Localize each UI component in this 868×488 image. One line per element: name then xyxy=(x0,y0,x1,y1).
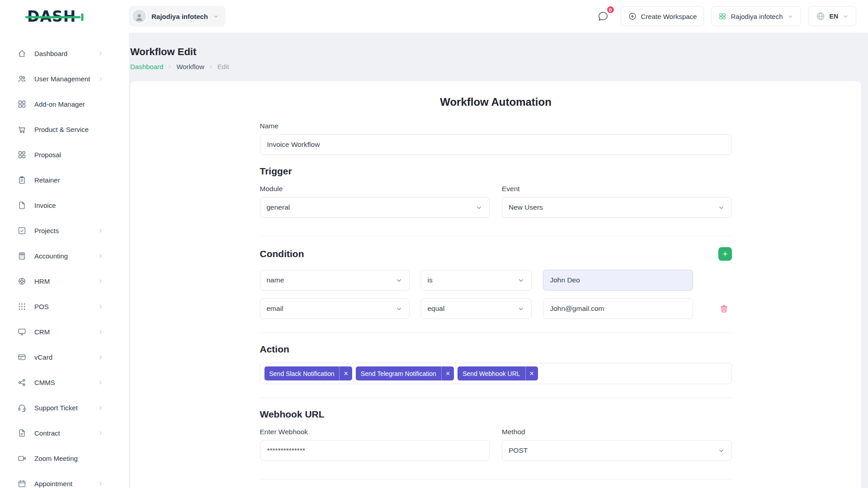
action-tag-label: Send Slack Notification xyxy=(264,370,340,377)
chevron-down-icon xyxy=(517,277,525,284)
sidebar-item-hrm[interactable]: HRM xyxy=(0,268,129,294)
chevron-down-icon xyxy=(395,305,403,313)
sidebar-item-appointment[interactable]: Appointment xyxy=(0,471,129,488)
condition-operator-select[interactable]: equal xyxy=(421,298,532,319)
chevron-right-icon xyxy=(97,227,104,234)
event-select[interactable]: New Users xyxy=(502,197,732,218)
condition-value-input[interactable] xyxy=(543,270,693,291)
chevron-down-icon xyxy=(517,305,525,313)
condition-field-select[interactable]: name xyxy=(260,270,410,291)
sidebar-item-proposal[interactable]: Proposal xyxy=(0,142,129,167)
calendar-icon xyxy=(17,479,27,488)
chevron-down-icon xyxy=(717,204,725,211)
chevron-down-icon xyxy=(787,13,794,20)
method-select[interactable]: POST xyxy=(502,440,732,461)
sidebar-item-pos[interactable]: POS xyxy=(0,294,129,319)
method-select-value: POST xyxy=(509,446,528,455)
section-divider xyxy=(260,333,732,333)
condition-operator-select[interactable]: is xyxy=(421,270,532,291)
workspace-grid-icon xyxy=(718,12,726,20)
name-label: Name xyxy=(260,122,732,130)
condition-field-select[interactable]: email xyxy=(260,298,410,319)
sidebar-item-label: Contract xyxy=(34,429,60,437)
create-workspace-button[interactable]: Create Workspace xyxy=(621,6,704,26)
card-icon xyxy=(17,352,27,362)
action-tag-label: Send Telegram Notification xyxy=(356,370,441,377)
chevron-right-icon xyxy=(97,253,104,259)
webhook-url-input[interactable] xyxy=(260,440,490,461)
sidebar-item-label: User Management xyxy=(34,75,90,83)
remove-tag-button[interactable]: × xyxy=(525,366,538,380)
method-label: Method xyxy=(502,428,732,436)
plus-icon xyxy=(722,250,729,258)
workflow-name-input[interactable] xyxy=(260,134,732,155)
chevron-down-icon xyxy=(717,447,725,455)
section-divider xyxy=(260,479,732,479)
sidebar-item-support-ticket[interactable]: Support Ticket xyxy=(0,395,129,420)
section-divider xyxy=(260,398,732,398)
sidebar-item-zoom-meeting[interactable]: Zoom Meeting xyxy=(0,446,129,471)
sidebar-item-label: HRM xyxy=(34,277,50,285)
chevron-right-icon xyxy=(97,354,104,361)
sidebar-item-cmms[interactable]: CMMS xyxy=(0,370,129,395)
apps-icon xyxy=(17,150,27,160)
trigger-heading: Trigger xyxy=(260,166,732,177)
condition-header: Condition xyxy=(260,247,732,261)
add-condition-button[interactable] xyxy=(718,247,732,261)
chevron-right-icon xyxy=(98,75,104,82)
company-menu-button[interactable]: Rajodiya infotech xyxy=(711,6,801,26)
webhook-heading: Webhook URL xyxy=(260,409,732,420)
language-selector[interactable]: EN xyxy=(808,6,856,26)
sidebar-item-projects[interactable]: Projects xyxy=(0,218,129,243)
person-icon xyxy=(134,12,144,22)
delete-condition-button[interactable] xyxy=(717,301,732,316)
create-workspace-label: Create Workspace xyxy=(641,13,697,20)
workspace-selector[interactable]: Rajodiya infotech xyxy=(129,6,226,27)
page-title: Workflow Edit xyxy=(130,46,861,58)
chevron-right-icon xyxy=(97,328,104,335)
sidebar-item-label: CRM xyxy=(34,328,50,336)
condition-value-input[interactable] xyxy=(543,298,693,319)
messages-button[interactable]: 0 xyxy=(595,9,611,24)
sidebar-item-accounting[interactable]: Accounting xyxy=(0,243,129,268)
sidebar-item-product-service[interactable]: Product & Service xyxy=(0,117,129,142)
sidebar-item-add-on-manager[interactable]: Add-on Manager xyxy=(0,91,129,117)
chevron-right-icon xyxy=(208,64,214,70)
workflow-form: Workflow Automation Name Trigger Module … xyxy=(260,96,732,488)
remove-tag-button[interactable]: × xyxy=(339,366,352,380)
sidebar-nav: DashboardUser ManagementAdd-on ManagerPr… xyxy=(0,33,129,488)
breadcrumb-workflow[interactable]: Workflow xyxy=(176,63,204,70)
sidebar-item-label: Add-on Manager xyxy=(34,100,85,108)
sidebar-item-contract[interactable]: Contract xyxy=(0,420,129,446)
action-tags-field[interactable]: Send Slack Notification×Send Telegram No… xyxy=(260,363,732,384)
chevron-right-icon xyxy=(97,50,104,57)
trash-icon xyxy=(719,304,729,314)
sidebar-item-label: Appointment xyxy=(34,480,72,488)
sidebar-item-dashboard[interactable]: Dashboard xyxy=(0,41,129,66)
sidebar-item-user-management[interactable]: User Management xyxy=(0,66,129,91)
sidebar-item-vcard[interactable]: vCard xyxy=(0,344,129,370)
sidebar-item-label: Zoom Meeting xyxy=(34,455,78,462)
module-select[interactable]: general xyxy=(260,197,490,218)
language-label: EN xyxy=(830,13,838,20)
enter-webhook-label: Enter Webhook xyxy=(260,428,490,436)
form-title: Workflow Automation xyxy=(260,96,732,108)
breadcrumb-edit: Edit xyxy=(217,63,229,70)
sidebar-item-invoice[interactable]: Invoice xyxy=(0,192,129,218)
action-tag: Send Telegram Notification× xyxy=(356,366,454,380)
sidebar-item-label: Product & Service xyxy=(34,126,89,133)
main-content: Workflow Edit Dashboard Workflow Edit Wo… xyxy=(129,33,868,488)
grid-icon xyxy=(17,99,27,109)
file-icon xyxy=(17,201,27,210)
sidebar-item-retainer[interactable]: Retainer xyxy=(0,167,129,192)
action-tag: Send Webhook URL× xyxy=(458,366,538,380)
check-square-icon xyxy=(17,226,27,235)
sidebar-item-crm[interactable]: CRM xyxy=(0,319,129,344)
breadcrumb-dashboard-link[interactable]: Dashboard xyxy=(130,63,163,70)
module-label: Module xyxy=(260,185,490,193)
home-icon xyxy=(17,49,27,58)
sidebar-item-label: CMMS xyxy=(34,379,55,386)
remove-tag-button[interactable]: × xyxy=(441,366,454,380)
chevron-right-icon xyxy=(97,430,104,436)
sidebar: DashboardUser ManagementAdd-on ManagerPr… xyxy=(0,33,129,488)
